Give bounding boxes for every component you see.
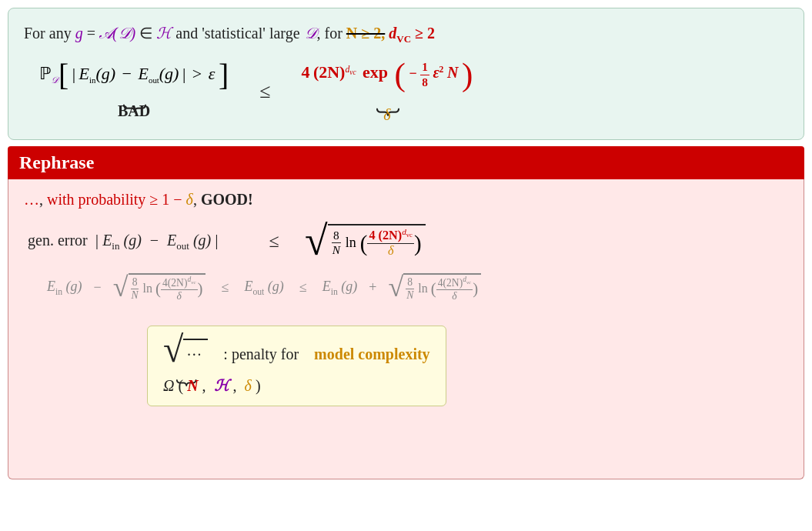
rephrase-header: Rephrase: [8, 146, 804, 179]
leq-gen-error: ≤: [259, 231, 289, 252]
good-label: GOOD!: [201, 191, 253, 208]
gen-error-label: gen. error | Ein (g) − Eout (g) |: [28, 230, 243, 252]
penalty-line2: Ω ( N , ℋ , δ ): [163, 376, 430, 395]
header-line: For any g = 𝒜(𝒟) ∈ ℋ and 'statistical' l…: [24, 22, 788, 46]
H-set: ℋ: [156, 25, 172, 42]
lhs-block: ℙ𝒟[ | Ein(g) − Eout(g) | > ε ] ⏟ BAD: [39, 64, 229, 119]
top-section: For any g = 𝒜(𝒟) ∈ ℋ and 'statistical' l…: [8, 8, 804, 140]
omega-sqrt-symbol: √ … ⏟: [163, 336, 208, 373]
delta-inline: δ: [186, 191, 193, 208]
leq-sign-top: ≤: [259, 80, 270, 103]
main-inequality-row: ℙ𝒟[ | Ein(g) − Eout(g) | > ε ] ⏟ BAD ≤ 4…: [24, 60, 788, 123]
model-complexity-label: model complexity: [314, 346, 430, 363]
D-var-top: 𝒟: [304, 25, 317, 42]
penalty-colon: : penalty for: [219, 346, 302, 363]
bottom-section: …, with probability ≥ 1 − δ, GOOD! gen. …: [8, 179, 804, 479]
sandwich-ein-right: Ein (g): [322, 279, 358, 297]
ellipsis: …: [24, 191, 39, 208]
penalty-line1: √ … ⏟ : penalty for model complexity: [163, 336, 430, 373]
sandwich-sqrt-left: √ 8 N ln ( 4(2N)dvc δ ): [113, 273, 206, 302]
gen-error-row: gen. error | Ein (g) − Eout (g) | ≤ √ 8 …: [24, 224, 788, 259]
sandwich-ein: Ein (g): [47, 279, 82, 297]
A-D-expr: 𝒜: [99, 25, 112, 42]
delta-underbrace: ⏟ δ: [301, 89, 473, 124]
with-prob-line: …, with probability ≥ 1 − δ, GOOD!: [24, 191, 788, 209]
dvc-condition: dVC ≥ 2: [389, 25, 435, 42]
sandwich-eout: Eout (g): [244, 279, 283, 297]
rhs-block: 4 (2N)dvc exp ( − 1 8 ε2 N ) ⏟ δ: [301, 60, 473, 123]
delta-label: δ: [383, 106, 390, 124]
rephrase-label: Rephrase: [19, 152, 94, 172]
sandwich-sqrt-right: √ 8 N ln ( 4(2N)dvc δ ): [388, 273, 481, 302]
bad-label: BAD: [118, 102, 150, 120]
sandwich-row: Ein (g) − √ 8 N ln ( 4(2N)dvc δ ): [24, 273, 788, 302]
g-var: g: [75, 25, 83, 42]
bad-underbrace: ⏟ BAD: [39, 85, 229, 120]
strikethrough-condition: N ≥ 2,: [346, 25, 385, 42]
with-probability-text: with probability ≥ 1 −: [47, 191, 182, 208]
A-D-paren: (𝒟): [112, 25, 135, 42]
penalty-box: √ … ⏟ : penalty for model complexity Ω (…: [147, 326, 446, 406]
gen-error-rhs: √ 8 N ln ( 4 (2N)dvc δ ): [305, 224, 426, 259]
